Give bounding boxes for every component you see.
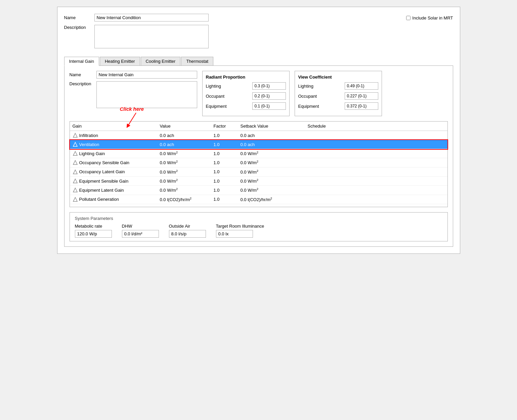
svg-marker-2 <box>73 133 77 137</box>
triangle-icon <box>73 169 78 175</box>
view-coefficient-section: View Coefficient Lighting Occupant Equip… <box>295 71 382 116</box>
gain-cell: Occupancy Sensible Gain <box>70 159 157 166</box>
vc-occupant-input[interactable] <box>345 92 378 100</box>
schedule-cell <box>305 189 447 191</box>
table-row[interactable]: Infiltration 0.0 ach 1.0 0.0 ach <box>70 131 447 140</box>
target-room-input[interactable] <box>216 230 253 238</box>
target-room-field: Target Room Illuminance <box>216 224 264 238</box>
gain-cell: Ventilation <box>70 141 157 148</box>
tab-cooling-emitter[interactable]: Cooling Emitter <box>141 57 181 65</box>
rp-lighting-row: Lighting <box>206 82 286 90</box>
svg-marker-8 <box>73 188 77 192</box>
triangle-icon <box>73 160 78 165</box>
rp-equipment-input[interactable] <box>252 102 286 110</box>
outside-air-label: Outside Air <box>169 224 206 229</box>
description-label: Description <box>64 25 94 30</box>
factor-cell: 1.0 <box>211 178 238 184</box>
ig-top: Name Description Radiant Proportion Ligh… <box>70 71 448 116</box>
setback-cell: 0.0 W/m2 <box>238 150 305 157</box>
top-left: Name Description <box>64 14 393 52</box>
top-fields: Name Description Include Solar in MRT <box>64 14 453 52</box>
ig-name-input[interactable] <box>96 71 197 79</box>
ig-desc-row: Description <box>70 81 197 108</box>
value-cell: 0.0 W/m2 <box>157 150 211 157</box>
schedule-cell <box>305 135 447 136</box>
ig-name-row: Name <box>70 71 197 79</box>
factor-cell: 1.0 <box>211 141 238 148</box>
tabs: Internal Gain Heating Emitter Cooling Em… <box>64 57 453 66</box>
table-header: Gain Value Factor Setback Value Schedule <box>70 122 447 131</box>
rp-lighting-input[interactable] <box>252 82 286 90</box>
table-row[interactable]: Occupancy Sensible Gain 0.0 W/m2 1.0 0.0… <box>70 158 447 167</box>
value-cell: 0.0 l(CO2)/hr/m2 <box>157 196 211 203</box>
rp-occupant-input[interactable] <box>252 92 286 100</box>
solar-mrt-checkbox[interactable] <box>406 16 411 20</box>
annotation-container: Click here Gain Value Factor Setback Val… <box>70 121 448 207</box>
radiant-proportion-section: Radiant Proportion Lighting Occupant Equ… <box>202 71 290 116</box>
gain-cell: Occupancy Latent Gain <box>70 169 157 175</box>
rp-occupant-row: Occupant <box>206 92 286 100</box>
vc-equipment-row: Equipment <box>298 102 378 110</box>
sys-fields: Metabolic rate DHW Outside Air Target Ro… <box>75 224 442 238</box>
factor-cell: 1.0 <box>211 196 238 202</box>
dhw-label: DHW <box>122 224 159 229</box>
outside-air-input[interactable] <box>169 230 206 238</box>
table-row[interactable]: Ventilation 0.0 ach 1.0 0.0 ach <box>70 140 447 149</box>
vc-equipment-label: Equipment <box>298 104 345 109</box>
svg-marker-3 <box>73 142 77 146</box>
svg-marker-6 <box>73 170 77 174</box>
triangle-icon <box>73 142 78 147</box>
gain-cell: Infiltration <box>70 132 157 139</box>
setback-cell: 0.0 W/m2 <box>238 159 305 166</box>
setback-cell: 0.0 W/m2 <box>238 169 305 175</box>
table-row[interactable]: Pollutant Generation 0.0 l(CO2)/hr/m2 1.… <box>70 195 447 204</box>
schedule-cell <box>305 180 447 182</box>
table-row[interactable]: Occupancy Latent Gain 0.0 W/m2 1.0 0.0 W… <box>70 168 447 177</box>
ig-name-label: Name <box>70 72 96 77</box>
value-cell: 0.0 W/m2 <box>157 159 211 166</box>
schedule-cell <box>305 144 447 145</box>
triangle-icon <box>73 133 78 138</box>
gain-cell: Equipment Sensible Gain <box>70 178 157 184</box>
target-room-label: Target Room Illuminance <box>216 224 264 229</box>
col-header-schedule: Schedule <box>305 123 447 129</box>
solar-mrt-row: Include Solar in MRT <box>406 15 453 20</box>
vc-lighting-input[interactable] <box>345 82 378 90</box>
table-row[interactable]: Equipment Latent Gain 0.0 W/m2 1.0 0.0 W… <box>70 186 447 195</box>
radiant-title: Radiant Proportion <box>206 75 286 80</box>
tab-heating-emitter[interactable]: Heating Emitter <box>100 57 140 65</box>
vc-occupant-label: Occupant <box>298 94 345 99</box>
triangle-icon <box>73 151 78 156</box>
tab-internal-gain[interactable]: Internal Gain <box>64 57 99 66</box>
name-row: Name <box>64 14 393 21</box>
name-input[interactable] <box>94 14 209 21</box>
name-label: Name <box>64 15 94 20</box>
description-textarea[interactable] <box>94 25 209 48</box>
vc-equipment-input[interactable] <box>345 102 378 110</box>
dhw-input[interactable] <box>122 230 159 238</box>
factor-cell: 1.0 <box>211 132 238 139</box>
tab-content: Name Description Radiant Proportion Ligh… <box>64 66 453 247</box>
svg-marker-5 <box>73 160 77 165</box>
metabolic-rate-input[interactable] <box>75 230 112 238</box>
rp-lighting-label: Lighting <box>206 84 252 89</box>
triangle-icon <box>73 187 78 193</box>
tab-thermostat[interactable]: Thermostat <box>181 57 213 65</box>
gain-cell: Lighting Gain <box>70 150 157 157</box>
ig-left: Name Description <box>70 71 197 116</box>
table-row[interactable]: Lighting Gain 0.0 W/m2 1.0 0.0 W/m2 <box>70 149 447 158</box>
vc-lighting-row: Lighting <box>298 82 378 90</box>
rp-equipment-label: Equipment <box>206 104 252 109</box>
value-cell: 0.0 W/m2 <box>157 169 211 175</box>
triangle-icon <box>73 197 78 202</box>
vc-occupant-row: Occupant <box>298 92 378 100</box>
solar-mrt-label: Include Solar in MRT <box>412 15 453 20</box>
ig-desc-textarea[interactable] <box>96 81 197 108</box>
setback-cell: 0.0 ach <box>238 132 305 139</box>
table-row[interactable]: Equipment Sensible Gain 0.0 W/m2 1.0 0.0… <box>70 177 447 186</box>
gain-table-container: Gain Value Factor Setback Value Schedule… <box>70 121 448 207</box>
setback-cell: 0.0 W/m2 <box>238 178 305 184</box>
svg-marker-7 <box>73 179 77 183</box>
col-header-factor: Factor <box>211 123 238 129</box>
rp-equipment-row: Equipment <box>206 102 286 110</box>
